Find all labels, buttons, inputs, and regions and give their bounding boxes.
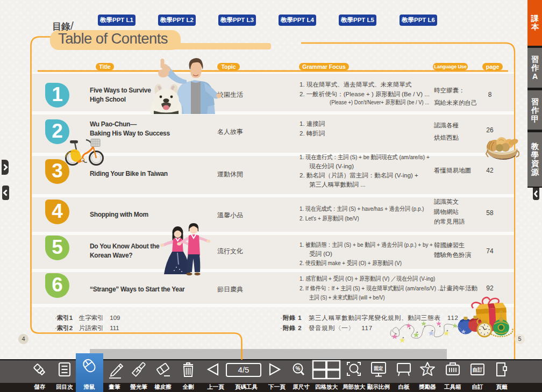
svg-text:自訂: 自訂 bbox=[473, 367, 483, 373]
svg-text:7: 7 bbox=[426, 366, 430, 374]
svg-text:4/5: 4/5 bbox=[238, 365, 249, 374]
svg-text:固定: 固定 bbox=[374, 366, 384, 371]
svg-text:%: % bbox=[296, 366, 301, 372]
